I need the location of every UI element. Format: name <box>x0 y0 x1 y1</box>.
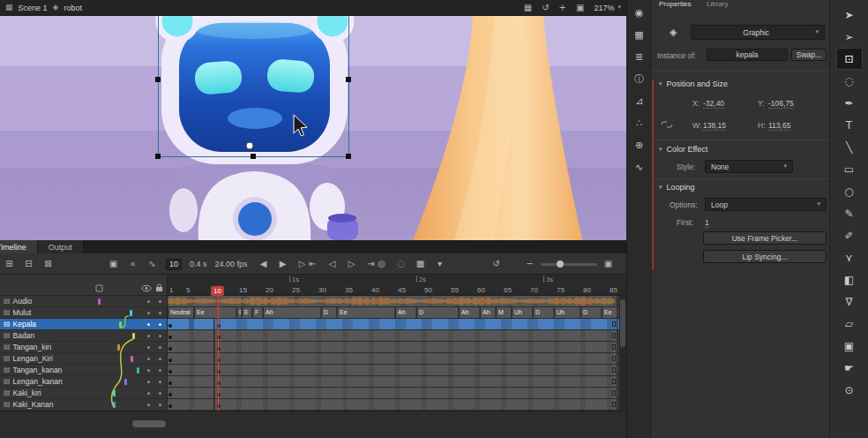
info-panel-icon[interactable]: ⓘ <box>631 72 648 86</box>
tab-properties[interactable]: Properties <box>659 0 691 8</box>
frame-span[interactable] <box>215 330 617 341</box>
visibility-dot[interactable] <box>147 381 150 383</box>
layer-parenting-icon[interactable]: ∝ <box>127 260 138 268</box>
visibility-dot[interactable] <box>147 323 150 326</box>
frame-span[interactable] <box>215 388 617 398</box>
swap-button[interactable]: Swap... <box>791 49 827 61</box>
new-folder-icon[interactable]: ⊟ <box>23 260 34 268</box>
loop-playback-icon[interactable]: ↺ <box>490 260 502 268</box>
tab-library[interactable]: Library <box>707 0 728 8</box>
w-value[interactable]: 138,15 <box>703 121 726 131</box>
frame-span[interactable] <box>168 399 214 410</box>
use-frame-picker-button[interactable]: Use Frame Picker... <box>703 231 827 245</box>
zoom-tool[interactable]: ⊙ <box>836 379 863 401</box>
oval-tool[interactable]: ○ <box>836 180 863 202</box>
frame-span[interactable] <box>168 330 214 341</box>
eraser-tool[interactable]: ▱ <box>836 313 863 335</box>
frames-area[interactable]: 1s2s3s 15152025303540455055606570758085 … <box>168 275 626 411</box>
layer-row-Kaki_kiri[interactable]: ▤Kaki_kiri <box>0 388 167 399</box>
selection-tool[interactable]: ➤ <box>836 4 863 26</box>
visibility-dot[interactable] <box>147 335 150 337</box>
lasso-tool[interactable]: ◌ <box>836 70 863 92</box>
mouth-keyframe-Neutral[interactable]: Neutral <box>168 307 193 318</box>
style-dropdown[interactable]: None ▾ <box>705 160 793 173</box>
play-icon[interactable]: ▶ <box>277 260 288 268</box>
fullscreen-icon[interactable]: ▣ <box>576 4 584 12</box>
looping-section[interactable]: ▾Looping <box>659 183 695 192</box>
onion-skin-icon[interactable]: ◎ <box>376 260 387 268</box>
frames-row-Lengan_Kiri[interactable] <box>168 353 626 365</box>
breadcrumb-scene[interactable]: Scene 1 <box>19 4 48 12</box>
clip-preview-icon[interactable]: ▦ <box>524 4 532 12</box>
playhead-marker[interactable]: 10 <box>211 286 224 296</box>
text-tool[interactable]: T <box>836 114 863 136</box>
frame-rate[interactable]: 24.00 fps <box>215 260 248 268</box>
mouth-keyframe-D[interactable]: D <box>416 307 458 318</box>
mouth-keyframe-Ee[interactable]: Ee <box>602 307 617 318</box>
mouth-keyframe-Ee[interactable]: Ee <box>337 307 394 318</box>
pen-tool[interactable]: ✒ <box>836 92 863 114</box>
loop-options-dropdown[interactable]: Loop ▾ <box>705 198 827 211</box>
visibility-dot[interactable] <box>147 300 150 303</box>
visibility-dot[interactable] <box>147 369 150 372</box>
frame-span[interactable] <box>215 365 617 375</box>
free-transform-tool[interactable]: ⊡ <box>836 48 863 70</box>
y-value[interactable]: -106,75 <box>768 99 794 109</box>
lock-dot[interactable] <box>159 323 161 326</box>
lock-dot[interactable] <box>159 381 161 383</box>
breadcrumb-symbol[interactable]: robot <box>64 4 82 12</box>
symbol-type-dropdown[interactable]: Graphic ▾ <box>691 25 825 40</box>
frames-row-Kaki_kiri[interactable] <box>168 388 626 399</box>
mouth-keyframe-E[interactable]: E <box>242 307 251 318</box>
center-playhead-icon[interactable]: ▣ <box>602 260 614 268</box>
timeline-zoom-thumb[interactable] <box>557 261 564 268</box>
layer-row-Lengan_kanan[interactable]: ▤Lengan_kanan <box>0 376 167 388</box>
align-panel-icon[interactable]: ≣ <box>631 49 648 64</box>
delete-layer-icon[interactable]: ⊠ <box>42 260 54 268</box>
frame-span[interactable] <box>215 342 617 352</box>
lock-dot[interactable] <box>159 312 161 314</box>
rectangle-tool[interactable]: ▭ <box>836 158 863 180</box>
lock-dot[interactable] <box>159 358 161 360</box>
new-layer-icon[interactable]: ⊞ <box>4 260 15 268</box>
layer-row-Kaki_Kanan[interactable]: ▤Kaki_Kanan <box>0 399 167 411</box>
lock-dot[interactable] <box>159 404 161 406</box>
eyedropper-tool[interactable]: ∇ <box>836 291 863 313</box>
transform-point[interactable] <box>246 142 253 149</box>
mouth-keyframe-M[interactable]: M <box>496 307 511 318</box>
frame-span[interactable] <box>168 342 214 352</box>
current-frame-field[interactable]: 10 <box>166 259 182 270</box>
visibility-dot[interactable] <box>147 358 150 360</box>
first-frame-value[interactable]: 1 <box>705 218 709 228</box>
web-panel-icon[interactable]: ⊕ <box>631 138 648 152</box>
frames-row-Audio[interactable] <box>168 296 626 307</box>
frames-row-Kepala[interactable] <box>168 319 626 330</box>
layer-row-Badan[interactable]: ▤Badan <box>0 330 167 342</box>
mouth-keyframe-Ah[interactable]: Ah <box>263 307 320 318</box>
frame-span[interactable] <box>168 353 214 364</box>
mouth-keyframe-D[interactable]: D <box>321 307 336 318</box>
frames-hscrollbar-thumb[interactable] <box>132 420 166 427</box>
lock-dot[interactable] <box>159 369 161 372</box>
layer-row-Tangan_kanan[interactable]: ▤Tangan_kanan <box>0 365 167 376</box>
frame-range-chevron-icon[interactable]: ▾ <box>434 260 445 268</box>
frame-span[interactable] <box>215 353 617 364</box>
audio-frame-span[interactable] <box>168 296 617 306</box>
lip-syncing-button[interactable]: Lip Syncing... <box>703 250 827 263</box>
instance-name-field[interactable]: kepala <box>707 49 788 61</box>
frames-row-Lengan_kanan[interactable] <box>168 376 626 388</box>
visibility-column-icon[interactable] <box>141 284 152 292</box>
next-keyframe-icon[interactable]: ▷ <box>346 260 357 268</box>
frame-span[interactable] <box>168 365 214 375</box>
frame-span[interactable] <box>215 376 617 387</box>
color-effect-section[interactable]: ▾Color Effect <box>659 145 707 154</box>
graph-editor-icon[interactable]: ∿ <box>146 260 158 268</box>
layer-row-Lengan_Kiri[interactable]: ▤Lengan_Kiri <box>0 353 167 365</box>
camera-icon[interactable]: ▣ <box>108 260 119 268</box>
rotate-stage-icon[interactable]: ↺ <box>542 4 549 12</box>
brush-tool[interactable]: ✐ <box>836 224 863 246</box>
mouth-keyframe-Uh[interactable]: Uh <box>554 307 580 318</box>
frame-span[interactable] <box>168 388 214 398</box>
lock-dot[interactable] <box>159 346 161 349</box>
frame-span[interactable] <box>168 376 214 387</box>
